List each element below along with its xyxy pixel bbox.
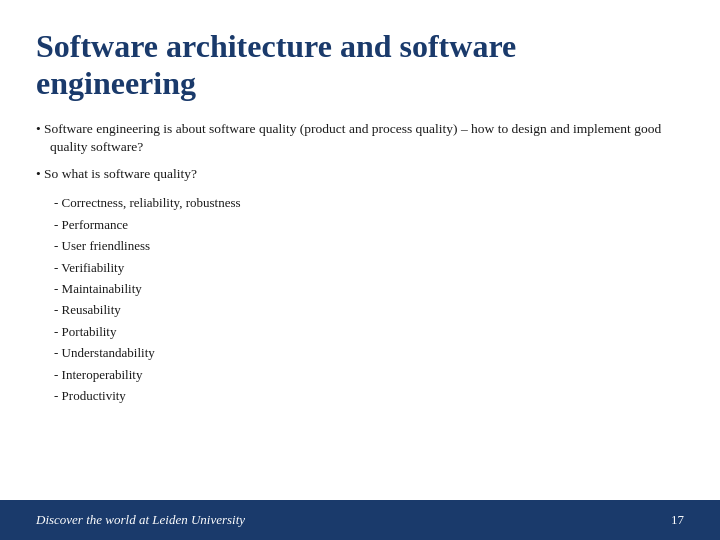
sub-item-8: Understandability: [54, 342, 684, 363]
bullet-2: So what is software quality?: [36, 165, 684, 184]
sub-item-4: Verifiability: [54, 257, 684, 278]
main-content: Software architecture and software engin…: [0, 0, 720, 500]
footer-page-number: 17: [671, 512, 684, 528]
sub-item-9: Interoperability: [54, 364, 684, 385]
footer-left-text: Discover the world at Leiden University: [36, 512, 245, 528]
sub-item-3: User friendliness: [54, 235, 684, 256]
sub-item-1: Correctness, reliability, robustness: [54, 192, 684, 213]
slide-title: Software architecture and software engin…: [36, 28, 684, 102]
sub-list: Correctness, reliability, robustness Per…: [54, 192, 684, 406]
slide: Software architecture and software engin…: [0, 0, 720, 540]
sub-item-6: Reusability: [54, 299, 684, 320]
sub-item-2: Performance: [54, 214, 684, 235]
sub-item-5: Maintainability: [54, 278, 684, 299]
sub-item-7: Portability: [54, 321, 684, 342]
bullets-section: Software engineering is about software q…: [36, 120, 684, 407]
sub-item-10: Productivity: [54, 385, 684, 406]
bullet-1: Software engineering is about software q…: [36, 120, 684, 158]
footer: Discover the world at Leiden University …: [0, 500, 720, 540]
